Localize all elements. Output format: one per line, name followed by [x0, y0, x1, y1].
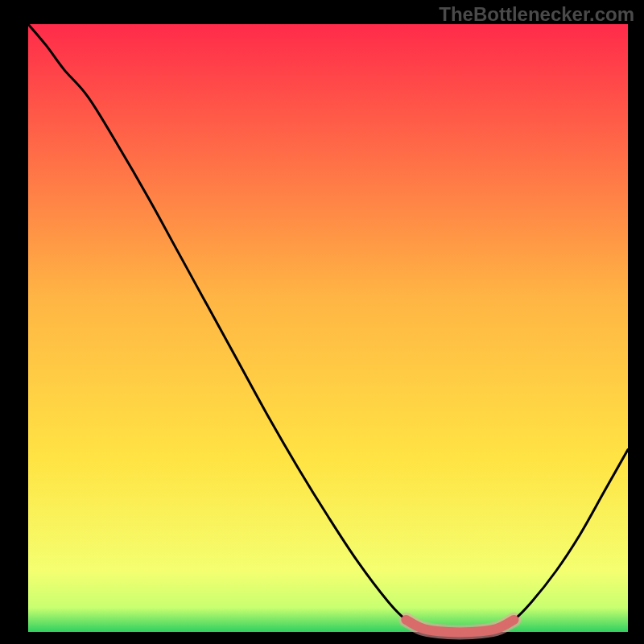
watermark-text: TheBottlenecker.com: [439, 3, 634, 26]
chart-container: TheBottlenecker.com: [0, 0, 644, 644]
plot-background: [28, 24, 628, 632]
bottleneck-chart: [0, 0, 644, 644]
